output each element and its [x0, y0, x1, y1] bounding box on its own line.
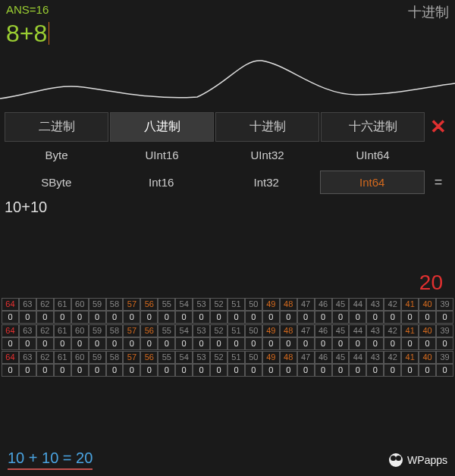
bit-value[interactable]: 0	[366, 337, 384, 350]
bit-index: 60	[71, 351, 89, 364]
bit-value[interactable]: 0	[419, 337, 436, 350]
bit-value[interactable]: 0	[89, 364, 106, 377]
bit-value[interactable]: 0	[245, 337, 262, 350]
bit-value[interactable]: 0	[262, 364, 280, 377]
type-button[interactable]: Int64	[320, 171, 425, 194]
bit-value[interactable]: 0	[245, 311, 262, 324]
bit-value[interactable]: 0	[349, 311, 366, 324]
bit-value[interactable]: 0	[419, 311, 436, 324]
bit-value[interactable]: 0	[123, 364, 140, 377]
equals-button[interactable]: =	[426, 174, 450, 190]
bit-value[interactable]: 0	[332, 337, 350, 350]
bit-value[interactable]: 0	[36, 311, 54, 324]
bit-value[interactable]: 0	[245, 364, 262, 377]
bit-value[interactable]: 0	[193, 337, 210, 350]
bit-value[interactable]: 0	[384, 311, 401, 324]
bit-value[interactable]: 0	[54, 364, 71, 377]
bit-value[interactable]: 0	[436, 364, 453, 377]
bit-value[interactable]: 0	[140, 311, 158, 324]
bit-value[interactable]: 0	[401, 364, 419, 377]
bit-value[interactable]: 0	[106, 311, 124, 324]
bit-value[interactable]: 0	[262, 337, 280, 350]
type-button[interactable]: Byte	[5, 144, 108, 166]
bit-value[interactable]: 0	[193, 364, 210, 377]
bit-value[interactable]: 0	[401, 337, 419, 350]
bit-value[interactable]: 0	[175, 337, 193, 350]
bit-value[interactable]: 0	[332, 311, 350, 324]
expression-input[interactable]: 8+8	[0, 21, 455, 45]
bit-value[interactable]: 0	[228, 337, 245, 350]
bit-value[interactable]: 0	[297, 337, 315, 350]
bit-value[interactable]: 0	[384, 337, 401, 350]
type-button[interactable]: Int16	[110, 171, 214, 193]
bit-value[interactable]: 0	[54, 311, 71, 324]
bit-value[interactable]: 0	[140, 337, 158, 350]
bit-value[interactable]: 0	[401, 311, 419, 324]
bit-value[interactable]: 0	[280, 337, 297, 350]
bit-value[interactable]: 0	[71, 364, 89, 377]
bit-index: 60	[71, 324, 89, 337]
bit-value[interactable]: 0	[19, 311, 36, 324]
bit-value[interactable]: 0	[89, 311, 106, 324]
bit-value[interactable]: 0	[71, 311, 89, 324]
bit-value[interactable]: 0	[262, 311, 280, 324]
bit-value[interactable]: 0	[297, 311, 315, 324]
bit-index: 52	[210, 351, 228, 364]
bit-value[interactable]: 0	[210, 337, 228, 350]
type-button[interactable]: UInt64	[321, 144, 425, 166]
radix-tab[interactable]: 十进制	[215, 112, 319, 142]
bit-value[interactable]: 0	[280, 311, 297, 324]
close-icon[interactable]: ✕	[426, 115, 450, 139]
type-button[interactable]: Int32	[215, 171, 318, 193]
bit-value[interactable]: 0	[315, 311, 332, 324]
bit-value[interactable]: 0	[315, 364, 332, 377]
bit-value[interactable]: 0	[2, 337, 19, 350]
bit-value[interactable]: 0	[280, 364, 297, 377]
bit-value[interactable]: 0	[123, 337, 140, 350]
bit-value[interactable]: 0	[384, 364, 401, 377]
bit-value[interactable]: 0	[228, 311, 245, 324]
bit-value[interactable]: 0	[436, 311, 453, 324]
bit-value[interactable]: 0	[71, 337, 89, 350]
bit-value[interactable]: 0	[2, 311, 19, 324]
radix-tab[interactable]: 二进制	[5, 112, 108, 142]
bit-value[interactable]: 0	[366, 364, 384, 377]
type-button[interactable]: SByte	[5, 171, 108, 193]
bit-value[interactable]: 0	[158, 364, 175, 377]
bit-value[interactable]: 0	[349, 364, 366, 377]
bit-value[interactable]: 0	[2, 364, 19, 377]
bit-value[interactable]: 0	[436, 337, 453, 350]
bit-value[interactable]: 0	[140, 364, 158, 377]
bit-value[interactable]: 0	[193, 311, 210, 324]
bit-value[interactable]: 0	[106, 337, 124, 350]
bit-value[interactable]: 0	[332, 364, 350, 377]
type-button[interactable]: UInt16	[110, 144, 214, 166]
bit-value[interactable]: 0	[123, 311, 140, 324]
bit-value[interactable]: 0	[228, 364, 245, 377]
radix-tab[interactable]: 十六进制	[321, 112, 425, 142]
bit-value[interactable]: 0	[158, 311, 175, 324]
bit-value[interactable]: 0	[210, 311, 228, 324]
type-button[interactable]: UInt32	[215, 144, 319, 166]
bit-value[interactable]: 0	[297, 364, 315, 377]
bit-value[interactable]: 0	[315, 337, 332, 350]
bit-index: 39	[436, 324, 453, 337]
bit-value[interactable]: 0	[366, 311, 384, 324]
bit-value[interactable]: 0	[210, 364, 228, 377]
bit-value[interactable]: 0	[419, 364, 436, 377]
bit-value[interactable]: 0	[54, 337, 71, 350]
bit-index: 59	[89, 298, 106, 311]
bit-index: 55	[158, 298, 175, 311]
bit-value[interactable]: 0	[349, 337, 366, 350]
bit-value[interactable]: 0	[158, 337, 175, 350]
bit-value[interactable]: 0	[106, 364, 124, 377]
radix-tab[interactable]: 八进制	[110, 112, 214, 142]
bit-value[interactable]: 0	[19, 337, 36, 350]
bit-value[interactable]: 0	[175, 364, 193, 377]
bit-value[interactable]: 0	[175, 311, 193, 324]
bit-value[interactable]: 0	[89, 337, 106, 350]
bit-value[interactable]: 0	[36, 337, 54, 350]
bit-value[interactable]: 0	[36, 364, 54, 377]
bit-value[interactable]: 0	[19, 364, 36, 377]
work-input[interactable]: 10+10	[5, 197, 450, 218]
